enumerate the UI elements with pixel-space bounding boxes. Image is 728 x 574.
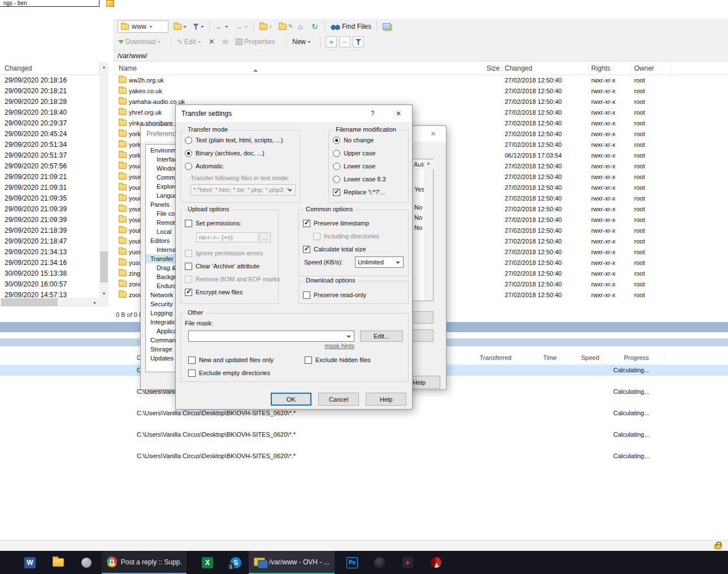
taskbar-swirl-app-button[interactable] [423, 551, 449, 574]
filter-button[interactable] [191, 20, 206, 33]
left-panel-row[interactable]: 29/09/2020 20:18:28 [0, 97, 99, 107]
taskbar-chrome-window-button[interactable]: Post a reply :: Supp... [102, 551, 187, 574]
including-directories-checkbox[interactable]: Including directories [313, 232, 379, 241]
scroll-right-icon[interactable]: ► [90, 298, 99, 307]
mask-hints-link[interactable]: mask hints [317, 342, 354, 349]
replace-invalid-chars-checkbox[interactable]: Replace '\:*?'... [333, 188, 385, 197]
back-button[interactable]: ← [214, 20, 230, 33]
queue-row[interactable]: C:\Users\Vanilla Circus\Desktop\BK\OVH-S… [0, 429, 728, 450]
left-panel-horizontal-scrollbar[interactable]: ► [0, 298, 99, 307]
delete-button[interactable]: ✕ [207, 35, 216, 49]
left-panel-row[interactable]: 30/09/2020 15:13:38 [0, 268, 99, 279]
ok-button[interactable]: OK [271, 393, 311, 406]
left-panel-row[interactable]: 29/09/2020 21:09:21 [0, 172, 99, 182]
preserve-timestamp-checkbox[interactable]: Preserve timestamp [303, 219, 369, 228]
new-and-updated-checkbox[interactable]: New and updated files only [188, 355, 274, 364]
left-panel-row[interactable]: 29/09/2020 21:09:31 [0, 182, 99, 193]
left-panel-row[interactable]: 29/09/2020 21:34:13 [0, 247, 99, 258]
speed-combo[interactable]: Unlimited [355, 256, 404, 268]
clear-archive-checkbox[interactable]: Clear 'Archive' attribute [185, 262, 259, 271]
column-size[interactable]: Size [463, 64, 500, 72]
taskbar-file-explorer-button[interactable] [45, 551, 71, 574]
queue-column-time[interactable]: Time [523, 354, 557, 361]
edit-button[interactable]: ✎ Edit [175, 35, 203, 49]
left-panel-vertical-scrollbar[interactable]: ▲ ▼ [99, 62, 109, 298]
parent-directory-button[interactable]: ↑ [258, 20, 274, 33]
queue-column-speed[interactable]: Speed [565, 354, 599, 361]
synchronize-button[interactable] [381, 20, 392, 33]
text-mode-radio[interactable]: Text (plain text, html, scripts, ...) [185, 136, 283, 145]
session-tab[interactable]: www [118, 20, 168, 33]
help-button[interactable]: Help [366, 393, 406, 406]
binary-mode-radio[interactable]: Binary (archives, doc, ...) [185, 149, 265, 158]
help-icon[interactable]: ? [360, 105, 385, 121]
left-panel-row[interactable]: 29/09/2020 21:09:35 [0, 193, 99, 204]
left-panel-row[interactable]: 29/09/2020 21:18:39 [0, 225, 99, 236]
left-panel-row[interactable]: 29/09/2020 20:29:37 [0, 118, 99, 129]
queue-row[interactable]: C:\Users\Vanilla Circus\Desktop\BK\OVH-S… [0, 450, 728, 472]
left-panel-row[interactable]: 29/09/2020 20:18:21 [0, 86, 99, 97]
automatic-mode-radio[interactable]: Automatic [185, 162, 223, 171]
edit-path-button[interactable]: ✎ [277, 20, 294, 33]
upper-case-radio[interactable]: Upper case [333, 149, 375, 158]
left-panel-row[interactable]: 30/09/2020 16:00:57 [0, 279, 99, 290]
left-panel-row[interactable]: 29/09/2020 21:09:39 [0, 204, 99, 215]
calculate-total-size-checkbox[interactable]: Calculate total size [303, 245, 366, 254]
permissions-field[interactable]: rw-r--r-- (+x) [196, 232, 258, 242]
forward-button[interactable]: → [233, 20, 249, 33]
address-bar[interactable]: /var/www/ [113, 50, 728, 62]
left-panel-row[interactable]: 29/09/2020 21:34:16 [0, 258, 99, 268]
column-owner[interactable]: Owner [634, 64, 654, 72]
file-row[interactable]: ww2h.org.uk 27/02/2018 12:50:40 rwxr-xr-… [113, 75, 728, 86]
left-panel-row[interactable]: 29/09/2020 21:09:39 [0, 215, 99, 225]
file-mask-edit-button[interactable]: Edit... [360, 331, 403, 342]
column-changed[interactable]: Changed [505, 64, 532, 72]
lower-case-83-radio[interactable]: Lower case 8.3 [333, 175, 386, 184]
home-button[interactable]: ⌂ [296, 20, 304, 33]
rename-button[interactable]: ab [220, 35, 230, 49]
left-panel-row[interactable]: 29/09/2020 20:18:40 [0, 107, 99, 118]
left-panel-column-changed[interactable]: Changed [0, 62, 99, 75]
ignore-permission-errors-checkbox[interactable]: Ignore permission errors [185, 249, 263, 258]
cancel-button[interactable]: Cancel [318, 393, 359, 406]
scroll-down-icon[interactable]: ▼ [99, 289, 109, 298]
queue-column-progress[interactable]: Progress [613, 354, 649, 361]
taskbar-photoshop-button[interactable] [339, 551, 365, 574]
file-mask-combo[interactable] [188, 331, 354, 342]
lower-case-radio[interactable]: Lower case [333, 162, 375, 171]
add-button[interactable]: + [326, 36, 337, 47]
properties-button[interactable]: Properties [234, 35, 277, 49]
filter-toggle-button[interactable] [353, 36, 364, 47]
preserve-readonly-checkbox[interactable]: Preserve read-only [303, 290, 366, 299]
left-panel-row[interactable]: 29/09/2020 21:18:47 [0, 236, 99, 247]
taskbar-winscp-window-button[interactable]: /var/www - OVH - ... [249, 551, 335, 574]
scrollbar-thumb[interactable] [100, 251, 108, 282]
new-button[interactable]: New [291, 35, 313, 49]
scroll-up-icon[interactable]: ▲ [99, 62, 109, 71]
find-files-button[interactable]: Find Files [329, 20, 373, 33]
permissions-browse-button[interactable]: ... [259, 232, 271, 242]
no-change-radio[interactable]: No change [333, 136, 374, 145]
exclude-hidden-checkbox[interactable]: Exclude hidden files [305, 355, 371, 364]
text-mode-mask-combo[interactable]: *.*html; *.htm; *.txt; *.php; *.php3; *. [190, 184, 296, 195]
encrypt-new-files-checkbox[interactable]: Encrypt new files [185, 288, 242, 297]
scrollbar-thumb[interactable] [1, 298, 58, 306]
column-rights[interactable]: Rights [591, 64, 610, 72]
remove-button[interactable]: − [339, 36, 350, 47]
remove-bom-checkbox[interactable]: Remove BOM and EOF marks [185, 275, 280, 284]
refresh-button[interactable]: ↻ [310, 20, 320, 33]
taskbar-word-button[interactable] [17, 551, 43, 574]
open-directory-button[interactable] [172, 20, 188, 33]
file-row[interactable]: yakeo.co.uk 27/02/2018 12:50:40 rwxr-xr-… [113, 86, 728, 97]
left-panel-row[interactable]: 29/09/2020 20:51:37 [0, 150, 99, 161]
exclude-empty-checkbox[interactable]: Exclude empty directories [188, 368, 270, 377]
queue-row[interactable]: C:\Users\Vanilla Circus\Desktop\BK\OVH-S… [0, 407, 728, 429]
column-name[interactable]: Name [119, 64, 137, 72]
taskbar-red-cross-app-button[interactable] [395, 551, 421, 574]
background-window-fragment[interactable]: ngs - ben [0, 0, 99, 7]
taskbar-skype-button[interactable] [223, 551, 249, 574]
left-panel-row[interactable]: 29/09/2020 20:18:16 [0, 75, 99, 86]
taskbar-app-button[interactable] [73, 551, 99, 574]
taskbar-excel-button[interactable] [194, 551, 220, 574]
left-panel-row[interactable]: 29/09/2020 20:57:56 [0, 161, 99, 172]
